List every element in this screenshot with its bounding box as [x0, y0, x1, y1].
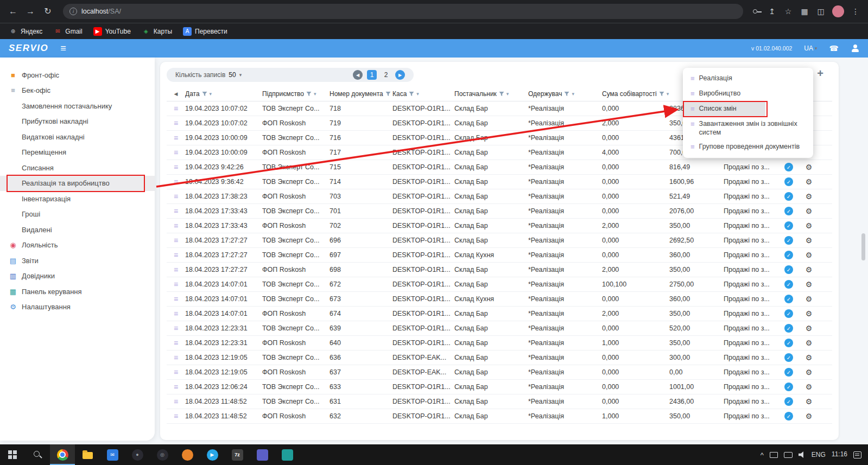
sidebar-item[interactable]: ■ Фронт-офіс [0, 67, 155, 83]
posted-check-icon[interactable]: ✓ [784, 368, 793, 377]
table-row[interactable]: ≡ 18.04.2023 17:27:27 ТОВ Эксперт Со... … [167, 248, 832, 263]
hidden-icons-chevron[interactable]: ^ [761, 451, 764, 459]
sidebar-item[interactable]: ⚙ Налаштування [0, 300, 155, 315]
bookmark-item[interactable]: ◈ Карты [142, 27, 172, 36]
table-row[interactable]: ≡ 18.04.2023 11:48:52 ТОВ Эксперт Со... … [167, 394, 832, 409]
row-menu-icon[interactable]: ≡ [167, 163, 185, 171]
row-settings-gear-icon[interactable]: ⚙ [801, 295, 817, 303]
sidebar-item[interactable]: ≡ Бек-офіс [0, 83, 155, 99]
row-menu-icon[interactable]: ≡ [167, 383, 185, 391]
table-row[interactable]: ≡ 18.04.2023 14:07:01 ТОВ Эксперт Со... … [167, 292, 832, 307]
row-menu-icon[interactable]: ≡ [167, 368, 185, 377]
prev-page-button[interactable]: ◀ [353, 70, 363, 80]
taskbar-chrome-button[interactable] [50, 444, 75, 465]
browser-profile-avatar[interactable] [832, 5, 844, 17]
browser-back-icon[interactable]: ← [5, 4, 21, 19]
sidebar-item[interactable]: ◉ Лояльність [0, 238, 155, 253]
table-row[interactable]: ≡ 19.04.2023 9:42:26 ТОВ Эксперт Со... 7… [167, 160, 832, 175]
table-row[interactable]: ≡ 18.04.2023 17:27:27 ТОВ Эксперт Со... … [167, 233, 832, 248]
records-count-selector[interactable]: Кількість записів 50 ▾ [175, 71, 242, 79]
column-header[interactable]: Сума собівартості ▾ [602, 90, 669, 98]
notifications-icon[interactable] [853, 451, 861, 458]
row-settings-gear-icon[interactable]: ⚙ [801, 339, 817, 347]
table-row[interactable]: ≡ 18.04.2023 17:33:43 ФОП Roskosh 702 DE… [167, 219, 832, 233]
row-menu-icon[interactable]: ≡ [167, 177, 185, 186]
share-icon[interactable]: ↥ [765, 7, 779, 16]
taskbar-app-button[interactable] [275, 444, 300, 465]
column-header[interactable]: Дата ▾ [185, 90, 262, 98]
table-row[interactable]: ≡ 18.04.2023 14:07:01 ФОП Roskosh 674 DE… [167, 307, 832, 321]
posted-check-icon[interactable]: ✓ [784, 353, 793, 362]
posted-check-icon[interactable]: ✓ [784, 221, 793, 230]
windows-start-button[interactable] [0, 444, 25, 465]
filter-icon[interactable] [202, 91, 207, 97]
sort-icon[interactable]: ▾ [667, 91, 669, 97]
table-row[interactable]: ≡ 18.04.2023 12:19:05 ФОП Roskosh 637 DE… [167, 365, 832, 380]
filter-icon[interactable] [385, 91, 391, 97]
phone-icon[interactable]: ☎ [829, 44, 839, 53]
table-row[interactable]: ≡ 18.04.2023 17:27:27 ФОП Roskosh 698 DE… [167, 263, 832, 277]
bookmark-item[interactable]: ✉ Gmail [53, 27, 82, 36]
sidebar-item[interactable]: Прибуткові накладні [0, 114, 155, 130]
posted-check-icon[interactable]: ✓ [784, 207, 793, 215]
posted-check-icon[interactable]: ✓ [784, 177, 793, 186]
posted-check-icon[interactable]: ✓ [784, 251, 793, 259]
table-row[interactable]: ≡ 18.04.2023 12:19:05 ТОВ Эксперт Со... … [167, 351, 832, 365]
browser-reload-icon[interactable]: ↻ [40, 4, 55, 19]
browser-menu-icon[interactable]: ⋮ [848, 7, 863, 16]
row-menu-icon[interactable]: ≡ [167, 207, 185, 215]
filter-icon[interactable] [409, 91, 414, 97]
filter-icon[interactable] [499, 91, 504, 97]
context-menu-item[interactable]: ≡ Виробництво [683, 86, 813, 101]
taskbar-app-button[interactable]: ● [125, 444, 150, 465]
row-menu-icon[interactable]: ≡ [167, 280, 185, 289]
row-menu-icon[interactable]: ≡ [167, 295, 185, 303]
row-menu-icon[interactable]: ≡ [167, 192, 185, 201]
table-row[interactable]: ≡ 18.04.2023 17:38:23 ФОП Roskosh 703 DE… [167, 189, 832, 204]
taskbar-search-button[interactable] [25, 444, 50, 465]
sidebar-item[interactable]: Видалені [0, 222, 155, 238]
row-settings-gear-icon[interactable]: ⚙ [801, 353, 817, 362]
context-menu-item[interactable]: ≡ Завантаження змін із зовнішніх систем [683, 117, 813, 140]
posted-check-icon[interactable]: ✓ [784, 192, 793, 201]
page-scrollbar-thumb[interactable] [861, 233, 865, 260]
sidebar-item[interactable]: Видаткові накладні [0, 129, 155, 145]
row-settings-gear-icon[interactable]: ⚙ [801, 221, 817, 230]
sidebar-item[interactable]: ▤ Звіти [0, 253, 155, 269]
row-settings-gear-icon[interactable]: ⚙ [801, 207, 817, 215]
bookmark-item[interactable]: A Перевести [183, 27, 227, 36]
column-header[interactable]: Підприємство ▾ [262, 90, 330, 98]
row-settings-gear-icon[interactable]: ⚙ [801, 309, 817, 318]
user-profile-icon[interactable] [851, 44, 859, 53]
touch-keyboard-icon[interactable] [784, 452, 793, 458]
row-settings-gear-icon[interactable]: ⚙ [801, 251, 817, 259]
sidebar-item[interactable]: Інвентаризація [0, 191, 155, 207]
sidebar-item[interactable]: Реалізація та виробництво [0, 176, 155, 192]
row-menu-icon[interactable]: ≡ [167, 353, 185, 362]
row-menu-icon[interactable]: ≡ [167, 309, 185, 318]
sidebar-item[interactable]: ▦ Панель керування [0, 284, 155, 300]
row-settings-gear-icon[interactable]: ⚙ [801, 324, 817, 333]
browser-forward-icon[interactable]: → [23, 4, 38, 19]
posted-check-icon[interactable]: ✓ [784, 324, 793, 333]
taskbar-app-button[interactable]: ✉ [100, 444, 125, 465]
row-menu-icon[interactable]: ≡ [167, 412, 185, 421]
sidebar-item[interactable]: Замовлення постачальнику [0, 98, 155, 114]
row-menu-icon[interactable]: ≡ [167, 339, 185, 347]
language-selector[interactable]: UA▾ [804, 44, 817, 52]
password-key-icon[interactable] [751, 6, 763, 17]
row-menu-icon[interactable]: ≡ [167, 324, 185, 333]
row-menu-icon[interactable]: ≡ [167, 119, 185, 128]
posted-check-icon[interactable]: ✓ [784, 236, 793, 245]
sort-icon[interactable]: ▾ [210, 91, 212, 97]
row-settings-gear-icon[interactable]: ⚙ [801, 163, 817, 171]
row-menu-icon[interactable]: ≡ [167, 265, 185, 274]
context-menu-item[interactable]: ≡ Реалізація [683, 71, 813, 86]
row-settings-gear-icon[interactable]: ⚙ [801, 412, 817, 421]
posted-check-icon[interactable]: ✓ [784, 295, 793, 303]
sort-icon[interactable]: ▾ [416, 91, 419, 97]
column-header[interactable]: Одержувач ▾ [528, 90, 602, 98]
sidebar-item[interactable]: Гроші [0, 207, 155, 222]
posted-check-icon[interactable]: ✓ [784, 412, 793, 421]
sidebar-item[interactable]: ▥ Довідники [0, 269, 155, 284]
